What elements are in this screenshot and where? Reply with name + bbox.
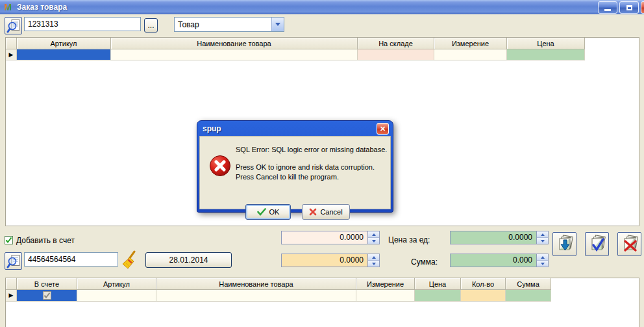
products-header-price[interactable]: Цена [507,38,585,49]
invoice-grid-panel: В счете Артикул Наименование товара Изме… [5,278,639,327]
add-to-invoice-checkbox[interactable] [5,236,13,244]
amount1-value: 0.0000 [282,231,367,244]
ok-button[interactable]: OK [245,204,291,220]
ok-label: OK [269,208,280,216]
add-to-invoice-label: Добавить в счет [16,236,75,245]
row-marker-icon: ▶ [9,49,14,60]
dialog-title: spup [203,124,221,133]
error-icon [209,155,231,177]
products-header-unit[interactable]: Измерение [434,38,507,49]
maximize-icon [626,5,632,10]
add-to-list-button[interactable] [552,232,576,256]
date-button[interactable]: 28.01.2014 [145,252,232,268]
products-header-stock[interactable]: На складе [358,38,434,49]
cancel-button[interactable]: Cancel [302,204,350,220]
total-value: 0.000 [451,254,536,267]
total-label: Сумма: [411,257,438,267]
products-header-name[interactable]: Наименование товара [111,38,358,49]
total-spin-up[interactable] [537,254,548,261]
spin-down-icon [541,240,545,242]
invoice-cell-qty[interactable] [461,290,506,302]
unit-price-spin-down[interactable] [537,238,548,244]
amount2-spin-up[interactable] [368,254,379,261]
dialog-message-line1: SQL Error: SQL logic error or missing da… [236,145,387,155]
invoice-cell-in-invoice[interactable] [17,290,77,302]
dialog-close-button[interactable]: ✕ [377,123,389,135]
invoice-cell-name[interactable] [156,290,356,302]
products-grid: Артикул Наименование товара На складе Из… [6,38,585,60]
spin-up-icon [372,256,376,259]
spin-down-icon [372,263,376,265]
ok-check-icon [257,208,266,216]
dialog-message-line2: Press OK to ignore and risk data corrupt… [236,163,387,172]
spin-up-icon [541,256,545,259]
products-header-articul[interactable]: Артикул [17,38,111,49]
barcode-input[interactable] [24,252,118,267]
invoice-header-sum[interactable]: Сумма [506,278,551,290]
products-cell-articul[interactable] [17,49,111,60]
search-article-button[interactable] [5,17,22,34]
error-dialog: spup ✕ SQL Error: SQL logic error or mis… [197,120,393,213]
minimize-button[interactable] [598,1,617,14]
spin-up-icon [541,233,545,236]
close-button[interactable]: ✕ [641,1,644,14]
unit-price-spinner[interactable]: 0.0000 [450,231,549,244]
amount1-spinner[interactable]: 0.0000 [281,231,380,244]
papers-check-icon [588,235,607,254]
spin-down-icon [372,240,376,242]
confirm-list-button[interactable] [585,232,609,256]
spin-down-icon [541,263,545,265]
invoice-header-price[interactable]: Цена [415,278,461,290]
invoice-cell-sum[interactable] [506,290,551,302]
invoice-header-indicator [6,278,17,290]
invoice-cell-price[interactable] [415,290,461,302]
invoice-cell-articul[interactable] [77,290,156,302]
unit-price-spin-up[interactable] [537,231,548,238]
invoice-row-indicator: ▶ [6,290,17,302]
products-cell-name[interactable] [111,49,358,60]
doc-search-icon [6,254,21,268]
checkmark-icon [5,237,12,244]
products-cell-stock[interactable] [358,49,434,60]
in-invoice-checkbox[interactable] [43,291,51,300]
papers-down-arrow-icon [555,235,575,254]
minimize-icon [604,9,611,11]
app-logo-icon: M [3,2,13,12]
products-header-indicator [6,38,17,49]
maximize-button[interactable] [619,1,639,14]
broom-icon[interactable] [121,250,138,270]
invoice-header-in-invoice[interactable]: В счете [17,278,77,290]
invoice-cell-unit[interactable] [356,290,415,302]
products-cell-price[interactable] [507,49,585,60]
order-window: M Заказ товара ✕ ... Товар Артикул Наиме… [0,0,644,327]
combobox-dropdown-button[interactable] [271,18,284,31]
amount2-value: 0.0000 [282,254,367,267]
amount1-spin-down[interactable] [368,238,379,244]
cancel-x-icon [309,208,317,216]
delete-from-list-button[interactable] [617,232,641,256]
browse-button[interactable]: ... [144,18,158,33]
invoice-header-qty[interactable]: Кол-во [461,278,506,290]
amount2-spin-down[interactable] [368,261,379,267]
total-spin-down[interactable] [537,261,548,267]
invoice-header-name[interactable]: Наименование товара [156,278,356,290]
dialog-close-icon: ✕ [380,125,386,133]
dialog-titlebar: spup [199,121,391,136]
combobox-value: Товар [175,20,271,29]
invoice-header-unit[interactable]: Измерение [356,278,415,290]
unit-price-value: 0.0000 [451,231,536,244]
papers-x-icon [620,235,639,254]
products-cell-unit[interactable] [434,49,507,60]
doc-search-icon [6,19,21,33]
invoice-grid: В счете Артикул Наименование товара Изме… [6,278,551,302]
amount2-spinner[interactable]: 0.0000 [281,254,380,267]
row-marker-icon: ▶ [9,290,14,301]
window-title: Заказ товара [17,3,67,12]
article-input[interactable] [24,17,141,31]
amount1-spin-up[interactable] [368,231,379,238]
search-barcode-button[interactable] [5,252,22,270]
type-combobox[interactable]: Товар [174,17,284,32]
total-spinner[interactable]: 0.000 [450,254,549,267]
invoice-header-articul[interactable]: Артикул [77,278,156,290]
chevron-down-icon [275,23,280,26]
